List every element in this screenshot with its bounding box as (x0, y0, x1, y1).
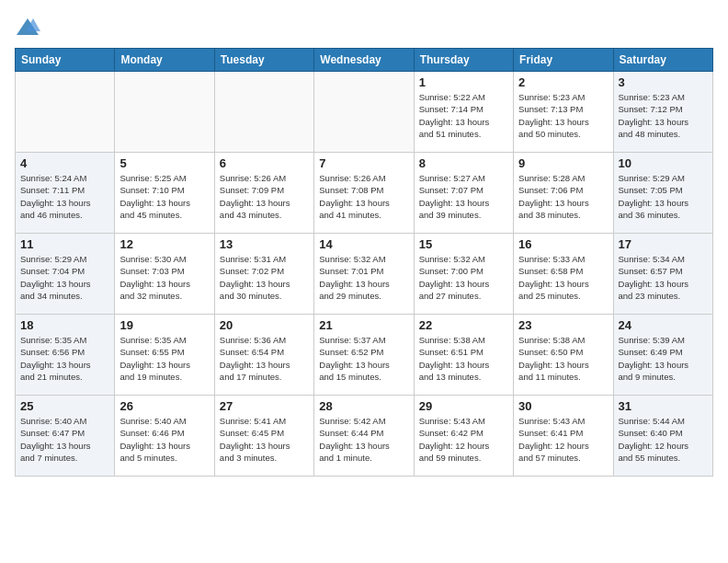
day-number: 12 (119, 237, 209, 251)
calendar-cell (314, 72, 414, 153)
day-number: 26 (119, 399, 209, 413)
day-info: Sunrise: 5:36 AM Sunset: 6:54 PM Dayligh… (220, 334, 309, 383)
calendar-cell: 24Sunrise: 5:39 AM Sunset: 6:49 PM Dayli… (613, 315, 712, 396)
calendar-cell: 12Sunrise: 5:30 AM Sunset: 7:03 PM Dayli… (115, 234, 214, 315)
day-info: Sunrise: 5:30 AM Sunset: 7:03 PM Dayligh… (119, 253, 209, 302)
logo-icon (15, 15, 40, 40)
day-number: 19 (119, 318, 209, 332)
week-row-2: 4Sunrise: 5:24 AM Sunset: 7:11 PM Daylig… (16, 153, 713, 234)
day-info: Sunrise: 5:43 AM Sunset: 6:41 PM Dayligh… (518, 415, 608, 464)
day-info: Sunrise: 5:23 AM Sunset: 7:12 PM Dayligh… (619, 91, 708, 140)
day-header-friday: Friday (514, 49, 613, 72)
calendar-cell: 16Sunrise: 5:33 AM Sunset: 6:58 PM Dayli… (514, 234, 613, 315)
day-number: 10 (619, 156, 708, 170)
day-info: Sunrise: 5:42 AM Sunset: 6:44 PM Dayligh… (319, 415, 408, 464)
day-number: 3 (619, 75, 708, 89)
day-header-thursday: Thursday (414, 49, 513, 72)
day-number: 8 (419, 156, 508, 170)
calendar-cell: 14Sunrise: 5:32 AM Sunset: 7:01 PM Dayli… (314, 234, 414, 315)
header (15, 15, 713, 40)
day-number: 31 (619, 399, 708, 413)
calendar-cell: 15Sunrise: 5:32 AM Sunset: 7:00 PM Dayli… (414, 234, 513, 315)
day-info: Sunrise: 5:33 AM Sunset: 6:58 PM Dayligh… (518, 253, 608, 302)
day-header-wednesday: Wednesday (314, 49, 414, 72)
calendar-cell: 2Sunrise: 5:23 AM Sunset: 7:13 PM Daylig… (514, 72, 613, 153)
calendar-cell: 19Sunrise: 5:35 AM Sunset: 6:55 PM Dayli… (115, 315, 214, 396)
week-row-3: 11Sunrise: 5:29 AM Sunset: 7:04 PM Dayli… (16, 234, 713, 315)
day-number: 11 (20, 237, 109, 251)
day-info: Sunrise: 5:22 AM Sunset: 7:14 PM Dayligh… (419, 91, 508, 140)
calendar-cell: 25Sunrise: 5:40 AM Sunset: 6:47 PM Dayli… (16, 396, 115, 477)
calendar-cell: 6Sunrise: 5:26 AM Sunset: 7:09 PM Daylig… (214, 153, 313, 234)
calendar-cell: 1Sunrise: 5:22 AM Sunset: 7:14 PM Daylig… (414, 72, 513, 153)
day-info: Sunrise: 5:28 AM Sunset: 7:06 PM Dayligh… (518, 172, 608, 221)
calendar-cell (214, 72, 313, 153)
day-header-sunday: Sunday (16, 49, 115, 72)
day-number: 5 (119, 156, 209, 170)
day-number: 2 (518, 75, 608, 89)
day-number: 9 (518, 156, 608, 170)
day-number: 6 (220, 156, 309, 170)
days-header-row: SundayMondayTuesdayWednesdayThursdayFrid… (16, 49, 713, 72)
week-row-1: 1Sunrise: 5:22 AM Sunset: 7:14 PM Daylig… (16, 72, 713, 153)
day-number: 30 (518, 399, 608, 413)
day-number: 20 (220, 318, 309, 332)
day-info: Sunrise: 5:27 AM Sunset: 7:07 PM Dayligh… (419, 172, 508, 221)
day-info: Sunrise: 5:44 AM Sunset: 6:40 PM Dayligh… (619, 415, 708, 464)
day-info: Sunrise: 5:24 AM Sunset: 7:11 PM Dayligh… (20, 172, 109, 221)
day-number: 4 (20, 156, 109, 170)
calendar-cell: 10Sunrise: 5:29 AM Sunset: 7:05 PM Dayli… (613, 153, 712, 234)
calendar-cell: 23Sunrise: 5:38 AM Sunset: 6:50 PM Dayli… (514, 315, 613, 396)
day-info: Sunrise: 5:29 AM Sunset: 7:05 PM Dayligh… (619, 172, 708, 221)
day-info: Sunrise: 5:25 AM Sunset: 7:10 PM Dayligh… (119, 172, 209, 221)
day-info: Sunrise: 5:35 AM Sunset: 6:55 PM Dayligh… (119, 334, 209, 383)
day-number: 7 (319, 156, 408, 170)
day-header-saturday: Saturday (613, 49, 712, 72)
day-number: 13 (220, 237, 309, 251)
calendar-cell: 18Sunrise: 5:35 AM Sunset: 6:56 PM Dayli… (16, 315, 115, 396)
day-info: Sunrise: 5:40 AM Sunset: 6:47 PM Dayligh… (20, 415, 109, 464)
day-info: Sunrise: 5:35 AM Sunset: 6:56 PM Dayligh… (20, 334, 109, 383)
day-number: 16 (518, 237, 608, 251)
calendar-cell: 26Sunrise: 5:40 AM Sunset: 6:46 PM Dayli… (115, 396, 214, 477)
day-info: Sunrise: 5:32 AM Sunset: 7:00 PM Dayligh… (419, 253, 508, 302)
calendar-cell: 13Sunrise: 5:31 AM Sunset: 7:02 PM Dayli… (214, 234, 313, 315)
day-number: 15 (419, 237, 508, 251)
day-header-monday: Monday (115, 49, 214, 72)
calendar-cell: 30Sunrise: 5:43 AM Sunset: 6:41 PM Dayli… (514, 396, 613, 477)
day-info: Sunrise: 5:37 AM Sunset: 6:52 PM Dayligh… (319, 334, 408, 383)
day-info: Sunrise: 5:32 AM Sunset: 7:01 PM Dayligh… (319, 253, 408, 302)
day-number: 1 (419, 75, 508, 89)
day-info: Sunrise: 5:26 AM Sunset: 7:08 PM Dayligh… (319, 172, 408, 221)
day-number: 23 (518, 318, 608, 332)
day-info: Sunrise: 5:40 AM Sunset: 6:46 PM Dayligh… (119, 415, 209, 464)
calendar-cell: 20Sunrise: 5:36 AM Sunset: 6:54 PM Dayli… (214, 315, 313, 396)
day-info: Sunrise: 5:38 AM Sunset: 6:51 PM Dayligh… (419, 334, 508, 383)
day-number: 29 (419, 399, 508, 413)
day-info: Sunrise: 5:38 AM Sunset: 6:50 PM Dayligh… (518, 334, 608, 383)
calendar-cell (16, 72, 115, 153)
day-info: Sunrise: 5:34 AM Sunset: 6:57 PM Dayligh… (619, 253, 708, 302)
day-number: 22 (419, 318, 508, 332)
day-info: Sunrise: 5:31 AM Sunset: 7:02 PM Dayligh… (220, 253, 309, 302)
day-number: 17 (619, 237, 708, 251)
day-info: Sunrise: 5:23 AM Sunset: 7:13 PM Dayligh… (518, 91, 608, 140)
calendar-cell: 29Sunrise: 5:43 AM Sunset: 6:42 PM Dayli… (414, 396, 513, 477)
day-info: Sunrise: 5:29 AM Sunset: 7:04 PM Dayligh… (20, 253, 109, 302)
logo (15, 15, 44, 40)
calendar-cell: 4Sunrise: 5:24 AM Sunset: 7:11 PM Daylig… (16, 153, 115, 234)
week-row-4: 18Sunrise: 5:35 AM Sunset: 6:56 PM Dayli… (16, 315, 713, 396)
calendar-cell: 17Sunrise: 5:34 AM Sunset: 6:57 PM Dayli… (613, 234, 712, 315)
day-info: Sunrise: 5:43 AM Sunset: 6:42 PM Dayligh… (419, 415, 508, 464)
day-number: 28 (319, 399, 408, 413)
calendar-cell: 9Sunrise: 5:28 AM Sunset: 7:06 PM Daylig… (514, 153, 613, 234)
calendar-cell: 8Sunrise: 5:27 AM Sunset: 7:07 PM Daylig… (414, 153, 513, 234)
day-info: Sunrise: 5:39 AM Sunset: 6:49 PM Dayligh… (619, 334, 708, 383)
calendar-cell: 28Sunrise: 5:42 AM Sunset: 6:44 PM Dayli… (314, 396, 414, 477)
week-row-5: 25Sunrise: 5:40 AM Sunset: 6:47 PM Dayli… (16, 396, 713, 477)
calendar-cell: 11Sunrise: 5:29 AM Sunset: 7:04 PM Dayli… (16, 234, 115, 315)
calendar-cell: 31Sunrise: 5:44 AM Sunset: 6:40 PM Dayli… (613, 396, 712, 477)
day-header-tuesday: Tuesday (214, 49, 313, 72)
calendar-cell: 5Sunrise: 5:25 AM Sunset: 7:10 PM Daylig… (115, 153, 214, 234)
calendar-cell: 21Sunrise: 5:37 AM Sunset: 6:52 PM Dayli… (314, 315, 414, 396)
